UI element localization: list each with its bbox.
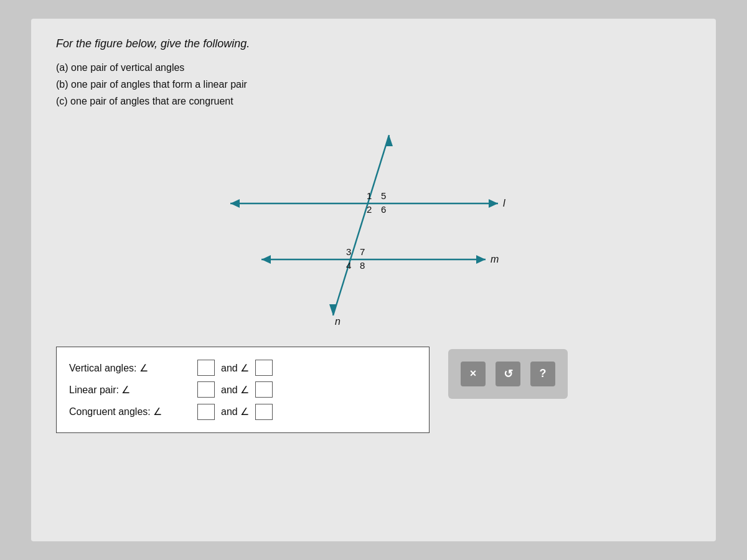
label-angle-8: 8	[360, 260, 365, 271]
vertical-angles-row: Vertical angles: ∠ and ∠	[69, 357, 416, 379]
linear-pair-input-1[interactable]	[197, 381, 215, 398]
label-angle-7: 7	[360, 246, 365, 257]
label-angle-2: 2	[367, 204, 372, 215]
main-card: For the figure below, give the following…	[31, 19, 716, 541]
label-l: l	[503, 198, 505, 208]
label-angle-6: 6	[381, 204, 386, 215]
part-c: (c) one pair of angles that are congruen…	[56, 93, 691, 110]
buttons-panel: × ↺ ?	[448, 349, 568, 399]
congruent-angle-input-1[interactable]	[197, 404, 215, 420]
part-a: (a) one pair of vertical angles	[56, 59, 691, 76]
vertical-and-text: and ∠	[221, 357, 249, 379]
close-button[interactable]: ×	[461, 362, 486, 386]
svg-marker-5	[476, 255, 486, 264]
undo-button[interactable]: ↺	[496, 362, 520, 386]
linear-and-text: and ∠	[221, 379, 249, 401]
geometry-diagram: l m n 1 5	[212, 129, 535, 328]
label-n: n	[335, 316, 341, 327]
vertical-angle-input-1[interactable]	[197, 360, 215, 376]
congruent-and-text: and ∠	[221, 401, 249, 422]
svg-marker-7	[385, 135, 393, 146]
svg-line-6	[333, 135, 389, 315]
linear-pair-label: Linear pair: ∠	[69, 379, 194, 401]
vertical-angles-label: Vertical angles: ∠	[69, 357, 194, 379]
part-b: (b) one pair of angles that form a linea…	[56, 76, 691, 93]
linear-pair-row: Linear pair: ∠ and ∠	[69, 379, 416, 401]
help-button[interactable]: ?	[530, 362, 555, 386]
sub-questions: (a) one pair of vertical angles (b) one …	[56, 59, 691, 110]
svg-marker-1	[230, 199, 240, 208]
congruent-angles-row: Congruent angles: ∠ and ∠	[69, 401, 416, 422]
diagram-area: l m n 1 5	[212, 129, 535, 328]
question-intro: For the figure below, give the following…	[56, 37, 691, 50]
label-angle-3: 3	[346, 246, 351, 257]
label-m: m	[491, 254, 499, 264]
answer-box: Vertical angles: ∠ and ∠ Linear pair: ∠ …	[56, 347, 430, 434]
svg-marker-8	[329, 304, 337, 315]
svg-marker-4	[261, 255, 271, 264]
congruent-angles-label: Congruent angles: ∠	[69, 401, 194, 422]
label-angle-1: 1	[367, 190, 372, 201]
label-angle-4: 4	[346, 260, 351, 271]
label-angle-5: 5	[381, 190, 386, 201]
linear-pair-input-2[interactable]	[255, 381, 273, 398]
answer-section: Vertical angles: ∠ and ∠ Linear pair: ∠ …	[56, 347, 691, 434]
congruent-angle-input-2[interactable]	[255, 404, 273, 420]
vertical-angle-input-2[interactable]	[255, 360, 273, 376]
svg-marker-2	[489, 199, 498, 208]
